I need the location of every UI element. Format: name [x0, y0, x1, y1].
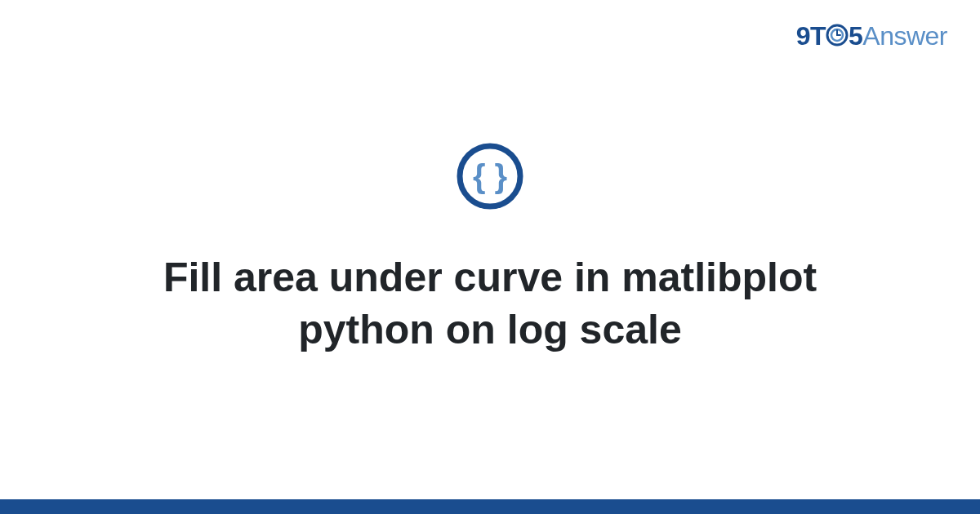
page-title: Fill area under curve in matlibplot pyth…	[82, 251, 898, 356]
main-content: { } Fill area under curve in matlibplot …	[0, 0, 980, 514]
code-braces-icon: { }	[456, 142, 524, 210]
svg-text:{ }: { }	[473, 158, 507, 194]
footer-accent-bar	[0, 499, 980, 514]
category-icon-wrapper: { }	[456, 142, 524, 214]
